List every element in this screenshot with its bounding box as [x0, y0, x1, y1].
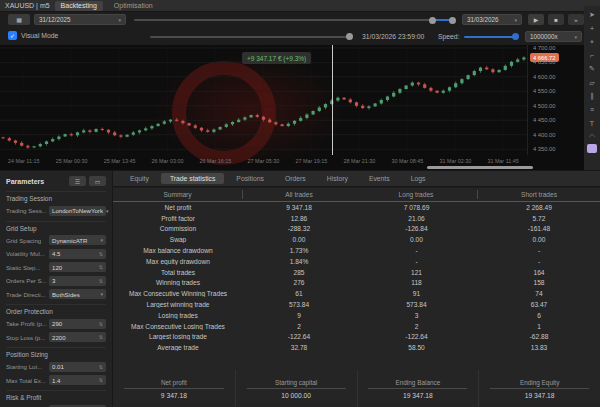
table-header-row: SummaryAll tradesLong tradesShort trades — [113, 188, 600, 202]
parameter-select[interactable]: DynamicATR▾ — [49, 235, 106, 245]
time-tick-label: 28 Mar 21:30 — [343, 158, 375, 164]
step-forward-icon: » — [574, 17, 577, 23]
range-end-handle[interactable] — [449, 17, 456, 24]
pointer-icon[interactable]: ➤ — [586, 9, 598, 21]
text-tool-icon[interactable]: T — [586, 117, 598, 129]
time-tick-label: 31 Mar 11:45 — [487, 158, 518, 164]
add-icon[interactable]: + — [586, 23, 598, 35]
step-forward-button[interactable]: » — [568, 14, 584, 25]
progress-slider[interactable] — [150, 36, 350, 38]
table-cell: 21.06 — [355, 215, 478, 222]
parameters-title: Parameters — [6, 178, 44, 185]
stop-button[interactable]: ■ — [548, 14, 564, 25]
chart-tools-toolbar: ➤+⌖⌐✎▱∥≡T◠ — [584, 6, 600, 170]
parameter-stepper[interactable]: 290⇅ — [49, 319, 106, 329]
parameter-row: Trading Sess...LondonToNewYork▾ — [6, 206, 106, 216]
backtesting-window: XAUUSD | m5 BacktestingOptimisation ▦ 31… — [0, 0, 600, 407]
parameter-select[interactable]: LondonToNewYork▾ — [49, 206, 106, 216]
shapes-icon[interactable]: ▱ — [586, 77, 598, 89]
table-cell: 12.86 — [243, 215, 355, 222]
titlebar-tabs: BacktestingOptimisation — [50, 1, 159, 11]
speed-slider[interactable] — [464, 36, 518, 38]
parameter-value: 4.5 — [52, 250, 60, 257]
list-view-button[interactable]: ☰ — [69, 176, 86, 186]
table-cell: Max equity drawdown — [113, 258, 243, 265]
table-cell: 3 — [355, 312, 478, 319]
speed-handle[interactable] — [512, 33, 519, 40]
visual-mode-checkbox[interactable]: ✓ — [8, 31, 17, 40]
chart-scrollbar[interactable] — [427, 166, 533, 169]
price-axis: 4 666.72 4 700.004 650.004 600.004 550.0… — [527, 45, 584, 155]
parameter-stepper[interactable]: 2200⇅ — [49, 332, 106, 342]
tab-equity[interactable]: Equity — [121, 173, 158, 184]
progress-handle[interactable] — [346, 33, 353, 40]
table-cell: 9 347.18 — [243, 204, 355, 211]
calendar-button[interactable]: ▦ — [8, 14, 30, 25]
symbol-timeframe-label: XAUUSD | m5 — [5, 2, 50, 9]
parameter-label: Volatility Mul... — [6, 250, 45, 257]
speed-select[interactable]: 1000000x ▾ — [525, 31, 582, 42]
titlebar-tab-backtesting[interactable]: Backtesting — [55, 1, 103, 11]
date-range-slider[interactable] — [134, 19, 455, 21]
calendar-icon: ▦ — [16, 16, 22, 23]
chevron-down-icon: ▾ — [100, 237, 103, 243]
summary-label: Ending Balance — [368, 379, 467, 390]
time-tick-label: 27 Mar 05:30 — [248, 158, 280, 164]
table-cell: -62.88 — [478, 333, 600, 340]
tab-events[interactable]: Events — [360, 173, 399, 184]
color-swatch[interactable] — [587, 144, 597, 153]
table-row: Winning trades276118158 — [113, 278, 600, 289]
parameter-row: Volatility Mul...4.5⇅ — [6, 249, 106, 259]
price-tick-label: 4 550.00 — [533, 88, 556, 94]
tab-history[interactable]: History — [318, 173, 357, 184]
table-cell: -122.64 — [243, 333, 355, 340]
profit-tooltip-text: +9 347.17 € (+9.3%) — [247, 55, 306, 62]
table-cell: 1 — [478, 323, 600, 330]
tab-logs[interactable]: Logs — [402, 173, 435, 184]
parameter-row: Max Total Ex...1.4⇅ — [6, 375, 106, 385]
list-icon[interactable]: ≡ — [586, 104, 598, 116]
parameter-value: 120 — [52, 264, 62, 271]
table-row: Total trades285121164 — [113, 267, 600, 278]
table-cell: Largest losing trade — [113, 333, 243, 340]
parameter-value: 3 — [52, 277, 55, 284]
compact-view-button[interactable]: ▭ — [89, 176, 106, 186]
chevron-down-icon: ▾ — [100, 291, 103, 297]
titlebar-tab-optimisation[interactable]: Optimisation — [108, 1, 159, 11]
time-tick-label: 31 Mar 02:30 — [439, 158, 471, 164]
play-button[interactable]: ▶ — [528, 14, 544, 25]
parameter-select[interactable]: BothSides▾ — [49, 289, 106, 299]
time-tick-label: 25 Mar 00:30 — [56, 158, 88, 164]
range-start-handle[interactable] — [429, 17, 436, 24]
crosshair-icon[interactable]: ⌖ — [586, 36, 598, 48]
measure-icon[interactable]: ⌐ — [586, 50, 598, 62]
arc-icon[interactable]: ◠ — [586, 131, 598, 143]
tab-trade-statistics[interactable]: Trade statistics — [161, 173, 224, 184]
table-cell: 1.73% — [243, 247, 355, 254]
table-cell: 573.84 — [355, 301, 478, 308]
parameter-value: DynamicATR — [52, 237, 87, 244]
price-tick-label: 4 450.00 — [533, 117, 556, 123]
table-row: Net profit9 347.187 078.692 268.49 — [113, 202, 600, 213]
table-cell: 63.47 — [478, 301, 600, 308]
summary-cell: Net profit9 347.18 — [113, 370, 235, 407]
pencil-icon[interactable]: ✎ — [586, 63, 598, 75]
end-date-select[interactable]: 31/03/2026 ▾ — [462, 14, 522, 25]
tab-positions[interactable]: Positions — [227, 173, 273, 184]
table-cell: 2 268.49 — [478, 204, 600, 211]
play-icon: ▶ — [534, 16, 539, 23]
parameter-label: Grid Spacing — [6, 237, 41, 244]
channel-icon[interactable]: ∥ — [586, 90, 598, 102]
tab-orders[interactable]: Orders — [276, 173, 315, 184]
parameter-stepper[interactable]: 120⇅ — [49, 262, 106, 272]
table-cell: 573.84 — [243, 301, 355, 308]
summary-label: Net profit — [124, 379, 224, 390]
price-tick-label: 4 650.00 — [533, 59, 556, 65]
parameter-stepper[interactable]: 0.01⇅ — [49, 362, 106, 372]
start-date-select[interactable]: 31/12/2025 ▾ — [34, 14, 126, 25]
parameter-label: Trade Directi... — [6, 291, 46, 298]
parameter-value: 290 — [52, 320, 62, 327]
parameter-stepper[interactable]: 4.5⇅ — [49, 249, 106, 259]
parameter-stepper[interactable]: 3⇅ — [49, 276, 106, 286]
parameter-stepper[interactable]: 1.4⇅ — [49, 375, 106, 385]
